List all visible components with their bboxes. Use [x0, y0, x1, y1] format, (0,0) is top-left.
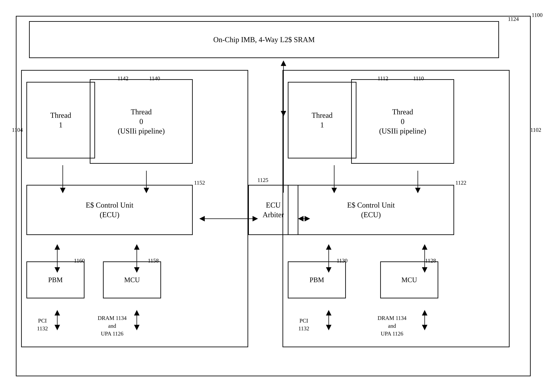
ref-1130: 1130: [337, 258, 347, 264]
ref-1152: 1152: [194, 180, 205, 186]
box-thread1-right: Thread1: [288, 82, 356, 158]
ecu-arbiter-label: ECUArbiter: [249, 186, 298, 234]
box-ecu-left: E$ Control Unit(ECU): [26, 185, 193, 235]
mcu-left-label: MCU: [104, 262, 160, 298]
ecu-right-label: E$ Control Unit(ECU): [289, 186, 453, 234]
thread1-left-label: Thread1: [27, 83, 94, 158]
box-thread0-right: Thread0(USIIi pipeline): [351, 79, 454, 164]
box-l2sram: On-Chip IMB, 4-Way L2$ SRAM: [29, 21, 499, 58]
ref-1112: 1112: [378, 75, 388, 82]
box-thread1-left: Thread1: [26, 82, 95, 158]
ref-1102: 1102: [530, 127, 541, 133]
pci-right-label: PCI1132: [298, 317, 309, 332]
l2sram-label: On-Chip IMB, 4-Way L2$ SRAM: [30, 22, 498, 57]
mcu-right-label: MCU: [381, 262, 438, 298]
ref-1122: 1122: [456, 180, 466, 186]
box-pbm-right: PBM: [288, 261, 346, 298]
ref-1128: 1128: [425, 258, 436, 264]
thread1-right-label: Thread1: [289, 83, 356, 158]
ref-1110: 1110: [413, 75, 424, 82]
box-mcu-right: MCU: [380, 261, 438, 298]
ref-1142: 1142: [118, 75, 128, 82]
ecu-left-label: E$ Control Unit(ECU): [27, 186, 192, 234]
thread0-right-label: Thread0(USIIi pipeline): [352, 80, 453, 163]
ref-1100: 1100: [532, 12, 543, 18]
box-ecu-arbiter: ECUArbiter: [248, 185, 298, 235]
box-thread0-left: Thread0(USIIi pipeline): [90, 79, 193, 164]
pbm-left-label: PBM: [27, 262, 84, 298]
ref-1160: 1160: [74, 258, 85, 264]
ref-1158: 1158: [148, 258, 159, 264]
ref-1124: 1124: [508, 16, 519, 22]
ref-1104: 1104: [12, 127, 23, 133]
pci-left-label: PCI1132: [37, 317, 48, 332]
thread0-left-label: Thread0(USIIi pipeline): [90, 80, 192, 163]
box-ecu-right: E$ Control Unit(ECU): [288, 185, 454, 235]
dram-left-label: DRAM 1134andUPA 1126: [98, 314, 127, 337]
dram-right-label: DRAM 1134andUPA 1126: [378, 314, 407, 337]
pbm-right-label: PBM: [289, 262, 345, 298]
ref-1140: 1140: [149, 75, 160, 82]
box-mcu-left: MCU: [103, 261, 161, 298]
ref-1125: 1125: [257, 177, 268, 183]
box-pbm-left: PBM: [26, 261, 84, 298]
